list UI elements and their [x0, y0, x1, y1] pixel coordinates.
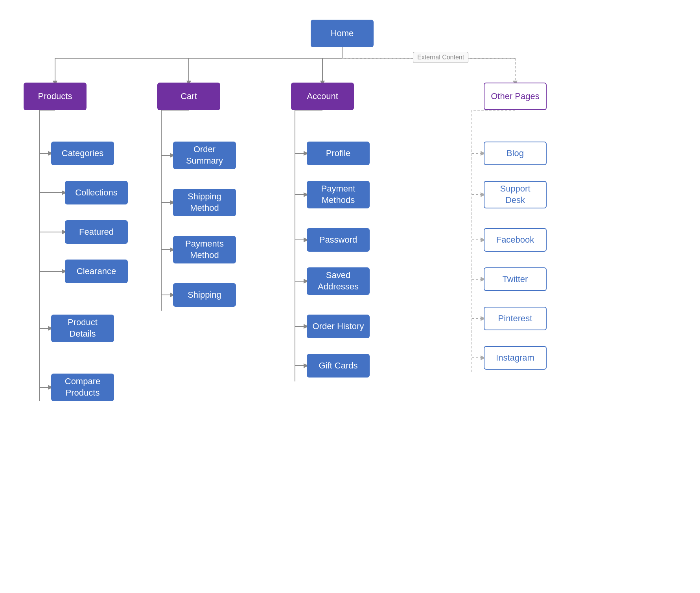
node-categories[interactable]: Categories	[51, 142, 114, 165]
node-other-pages[interactable]: Other Pages	[484, 83, 547, 110]
sitemap-diagram: Home External Content Products Cart Acco…	[0, 0, 700, 593]
node-collections[interactable]: Collections	[65, 181, 128, 204]
node-featured[interactable]: Featured	[65, 220, 128, 244]
node-product-details[interactable]: Product Details	[51, 315, 114, 342]
node-saved-addresses[interactable]: Saved Addresses	[307, 267, 370, 295]
node-cart[interactable]: Cart	[157, 83, 220, 110]
node-compare-products[interactable]: Compare Products	[51, 374, 114, 401]
node-instagram[interactable]: Instagram	[484, 346, 547, 370]
node-profile[interactable]: Profile	[307, 142, 370, 165]
node-password[interactable]: Password	[307, 228, 370, 252]
node-order-history[interactable]: Order History	[307, 315, 370, 338]
node-payments-method[interactable]: Payments Method	[173, 236, 236, 263]
node-facebook[interactable]: Facebook	[484, 228, 547, 252]
node-payment-methods[interactable]: Payment Methods	[307, 181, 370, 208]
node-twitter[interactable]: Twitter	[484, 267, 547, 291]
node-order-summary[interactable]: Order Summary	[173, 142, 236, 169]
node-blog[interactable]: Blog	[484, 142, 547, 165]
node-account[interactable]: Account	[291, 83, 354, 110]
node-support-desk[interactable]: Support Desk	[484, 181, 547, 208]
node-shipping-method[interactable]: Shipping Method	[173, 189, 236, 216]
node-shipping[interactable]: Shipping	[173, 283, 236, 307]
node-gift-cards[interactable]: Gift Cards	[307, 354, 370, 378]
external-content-label: External Content	[413, 52, 468, 63]
node-clearance[interactable]: Clearance	[65, 260, 128, 283]
node-home[interactable]: Home	[311, 20, 374, 47]
node-pinterest[interactable]: Pinterest	[484, 307, 547, 330]
node-products[interactable]: Products	[24, 83, 87, 110]
